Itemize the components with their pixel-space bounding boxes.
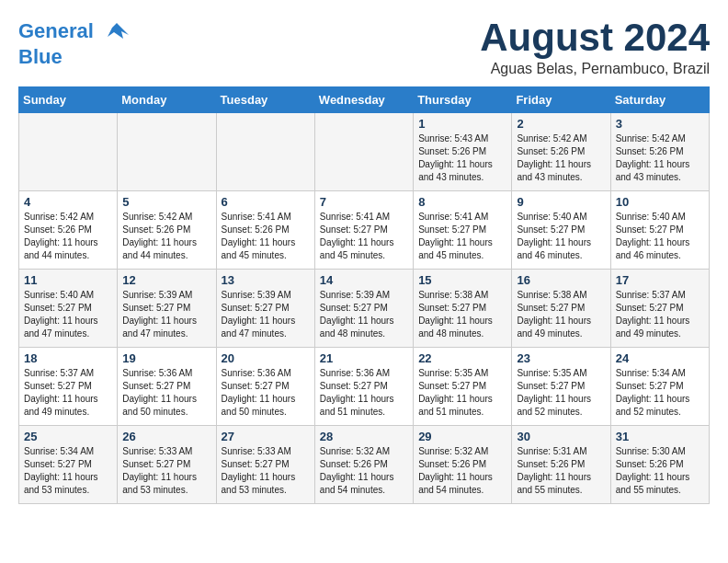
day-info: Sunrise: 5:43 AM Sunset: 5:26 PM Dayligh… bbox=[418, 132, 506, 184]
table-row bbox=[216, 113, 314, 191]
table-row: 9Sunrise: 5:40 AM Sunset: 5:27 PM Daylig… bbox=[512, 191, 610, 270]
table-row: 25Sunrise: 5:34 AM Sunset: 5:27 PM Dayli… bbox=[19, 426, 118, 504]
table-row bbox=[314, 113, 413, 191]
day-info: Sunrise: 5:36 AM Sunset: 5:27 PM Dayligh… bbox=[222, 367, 310, 419]
day-info: Sunrise: 5:42 AM Sunset: 5:26 PM Dayligh… bbox=[24, 211, 112, 262]
day-number: 18 bbox=[24, 351, 112, 365]
day-info: Sunrise: 5:42 AM Sunset: 5:26 PM Dayligh… bbox=[616, 132, 704, 184]
day-info: Sunrise: 5:30 AM Sunset: 5:26 PM Dayligh… bbox=[616, 445, 704, 497]
day-number: 29 bbox=[418, 430, 506, 443]
logo-bird-icon bbox=[103, 18, 131, 46]
table-row: 29Sunrise: 5:32 AM Sunset: 5:26 PM Dayli… bbox=[414, 426, 512, 504]
day-info: Sunrise: 5:37 AM Sunset: 5:27 PM Dayligh… bbox=[616, 289, 704, 340]
table-row: 26Sunrise: 5:33 AM Sunset: 5:27 PM Dayli… bbox=[118, 426, 216, 504]
day-info: Sunrise: 5:36 AM Sunset: 5:27 PM Dayligh… bbox=[320, 367, 408, 419]
table-row: 13Sunrise: 5:39 AM Sunset: 5:27 PM Dayli… bbox=[216, 270, 314, 348]
table-row: 3Sunrise: 5:42 AM Sunset: 5:26 PM Daylig… bbox=[610, 113, 709, 191]
day-info: Sunrise: 5:42 AM Sunset: 5:26 PM Dayligh… bbox=[517, 132, 605, 184]
day-number: 30 bbox=[517, 430, 605, 443]
day-number: 10 bbox=[616, 195, 704, 209]
day-info: Sunrise: 5:40 AM Sunset: 5:27 PM Dayligh… bbox=[24, 289, 112, 340]
table-row: 16Sunrise: 5:38 AM Sunset: 5:27 PM Dayli… bbox=[512, 270, 610, 348]
day-number: 15 bbox=[418, 273, 506, 287]
day-info: Sunrise: 5:35 AM Sunset: 5:27 PM Dayligh… bbox=[517, 367, 605, 419]
logo-line1: General bbox=[18, 19, 94, 42]
table-row: 11Sunrise: 5:40 AM Sunset: 5:27 PM Dayli… bbox=[19, 270, 118, 348]
day-number: 4 bbox=[24, 195, 112, 209]
day-info: Sunrise: 5:39 AM Sunset: 5:27 PM Dayligh… bbox=[122, 289, 210, 340]
weekday-header-sunday: Sunday bbox=[19, 87, 118, 113]
table-row: 31Sunrise: 5:30 AM Sunset: 5:26 PM Dayli… bbox=[610, 426, 709, 504]
day-number: 23 bbox=[517, 351, 605, 365]
weekday-header-wednesday: Wednesday bbox=[314, 87, 413, 113]
day-info: Sunrise: 5:41 AM Sunset: 5:27 PM Dayligh… bbox=[418, 211, 506, 262]
table-row: 19Sunrise: 5:36 AM Sunset: 5:27 PM Dayli… bbox=[118, 348, 216, 426]
day-info: Sunrise: 5:41 AM Sunset: 5:27 PM Dayligh… bbox=[320, 211, 408, 262]
day-number: 5 bbox=[122, 195, 210, 209]
day-info: Sunrise: 5:36 AM Sunset: 5:27 PM Dayligh… bbox=[122, 367, 210, 419]
month-title: August 2024 bbox=[480, 18, 710, 57]
table-row: 4Sunrise: 5:42 AM Sunset: 5:26 PM Daylig… bbox=[19, 191, 118, 270]
day-number: 21 bbox=[320, 351, 408, 365]
day-number: 1 bbox=[418, 117, 506, 131]
day-info: Sunrise: 5:34 AM Sunset: 5:27 PM Dayligh… bbox=[616, 367, 704, 419]
table-row: 30Sunrise: 5:31 AM Sunset: 5:26 PM Dayli… bbox=[512, 426, 610, 504]
day-number: 7 bbox=[320, 195, 408, 209]
logo: General Blue bbox=[18, 18, 131, 68]
day-info: Sunrise: 5:32 AM Sunset: 5:26 PM Dayligh… bbox=[320, 445, 408, 497]
day-info: Sunrise: 5:42 AM Sunset: 5:26 PM Dayligh… bbox=[122, 211, 210, 262]
day-number: 9 bbox=[517, 195, 605, 209]
day-info: Sunrise: 5:32 AM Sunset: 5:26 PM Dayligh… bbox=[418, 445, 506, 497]
table-row: 8Sunrise: 5:41 AM Sunset: 5:27 PM Daylig… bbox=[414, 191, 512, 270]
day-info: Sunrise: 5:38 AM Sunset: 5:27 PM Dayligh… bbox=[418, 289, 506, 340]
page-header: General Blue August 2024 Aguas Belas, Pe… bbox=[18, 18, 710, 77]
table-row: 1Sunrise: 5:43 AM Sunset: 5:26 PM Daylig… bbox=[414, 113, 512, 191]
table-row: 24Sunrise: 5:34 AM Sunset: 5:27 PM Dayli… bbox=[610, 348, 709, 426]
day-info: Sunrise: 5:39 AM Sunset: 5:27 PM Dayligh… bbox=[320, 289, 408, 340]
day-number: 11 bbox=[24, 273, 112, 287]
day-number: 25 bbox=[24, 430, 112, 443]
day-info: Sunrise: 5:34 AM Sunset: 5:27 PM Dayligh… bbox=[24, 445, 112, 497]
day-info: Sunrise: 5:31 AM Sunset: 5:26 PM Dayligh… bbox=[517, 445, 605, 497]
table-row bbox=[118, 113, 216, 191]
table-row: 6Sunrise: 5:41 AM Sunset: 5:26 PM Daylig… bbox=[216, 191, 314, 270]
day-number: 16 bbox=[517, 273, 605, 287]
table-row: 27Sunrise: 5:33 AM Sunset: 5:27 PM Dayli… bbox=[216, 426, 314, 504]
svg-marker-0 bbox=[108, 23, 129, 39]
day-number: 27 bbox=[222, 430, 310, 443]
weekday-header-saturday: Saturday bbox=[610, 87, 709, 113]
day-number: 3 bbox=[616, 117, 704, 131]
table-row: 7Sunrise: 5:41 AM Sunset: 5:27 PM Daylig… bbox=[314, 191, 413, 270]
day-info: Sunrise: 5:33 AM Sunset: 5:27 PM Dayligh… bbox=[222, 445, 310, 497]
day-number: 28 bbox=[320, 430, 408, 443]
table-row: 12Sunrise: 5:39 AM Sunset: 5:27 PM Dayli… bbox=[118, 270, 216, 348]
day-number: 31 bbox=[616, 430, 704, 443]
day-info: Sunrise: 5:40 AM Sunset: 5:27 PM Dayligh… bbox=[616, 211, 704, 262]
day-info: Sunrise: 5:40 AM Sunset: 5:27 PM Dayligh… bbox=[517, 211, 605, 262]
day-number: 20 bbox=[222, 351, 310, 365]
day-info: Sunrise: 5:41 AM Sunset: 5:26 PM Dayligh… bbox=[222, 211, 310, 262]
day-info: Sunrise: 5:38 AM Sunset: 5:27 PM Dayligh… bbox=[517, 289, 605, 340]
day-number: 17 bbox=[616, 273, 704, 287]
day-info: Sunrise: 5:39 AM Sunset: 5:27 PM Dayligh… bbox=[222, 289, 310, 340]
day-number: 12 bbox=[122, 273, 210, 287]
day-info: Sunrise: 5:37 AM Sunset: 5:27 PM Dayligh… bbox=[24, 367, 112, 419]
table-row: 17Sunrise: 5:37 AM Sunset: 5:27 PM Dayli… bbox=[610, 270, 709, 348]
day-number: 19 bbox=[122, 351, 210, 365]
weekday-header-thursday: Thursday bbox=[414, 87, 512, 113]
table-row bbox=[19, 113, 118, 191]
day-number: 2 bbox=[517, 117, 605, 131]
table-row: 14Sunrise: 5:39 AM Sunset: 5:27 PM Dayli… bbox=[314, 270, 413, 348]
weekday-header-tuesday: Tuesday bbox=[216, 87, 314, 113]
day-number: 8 bbox=[418, 195, 506, 209]
day-number: 26 bbox=[122, 430, 210, 443]
table-row: 5Sunrise: 5:42 AM Sunset: 5:26 PM Daylig… bbox=[118, 191, 216, 270]
logo-line2: Blue bbox=[18, 45, 63, 68]
table-row: 21Sunrise: 5:36 AM Sunset: 5:27 PM Dayli… bbox=[314, 348, 413, 426]
table-row: 15Sunrise: 5:38 AM Sunset: 5:27 PM Dayli… bbox=[414, 270, 512, 348]
table-row: 18Sunrise: 5:37 AM Sunset: 5:27 PM Dayli… bbox=[19, 348, 118, 426]
title-block: August 2024 Aguas Belas, Pernambuco, Bra… bbox=[480, 18, 710, 77]
table-row: 22Sunrise: 5:35 AM Sunset: 5:27 PM Dayli… bbox=[414, 348, 512, 426]
table-row: 10Sunrise: 5:40 AM Sunset: 5:27 PM Dayli… bbox=[610, 191, 709, 270]
day-info: Sunrise: 5:35 AM Sunset: 5:27 PM Dayligh… bbox=[418, 367, 506, 419]
